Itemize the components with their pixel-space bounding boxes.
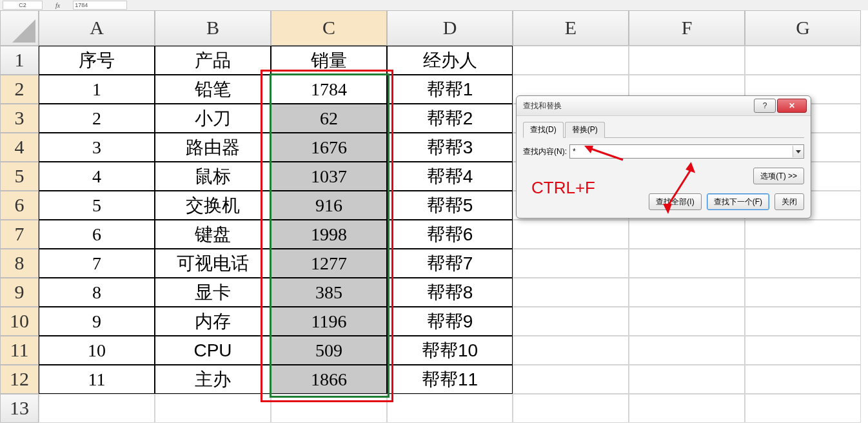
cell-E8[interactable] [513, 249, 629, 278]
cell-D13[interactable] [387, 394, 513, 423]
col-header-G[interactable]: G [745, 10, 861, 46]
cell-D3[interactable]: 帮帮2 [387, 104, 513, 133]
cell-D2[interactable]: 帮帮1 [387, 75, 513, 104]
row-header-12[interactable]: 12 [0, 365, 39, 394]
cell-E13[interactable] [513, 394, 629, 423]
cell-G11[interactable] [745, 336, 861, 365]
row-header-13[interactable]: 13 [0, 394, 39, 423]
cell-G12[interactable] [745, 365, 861, 394]
cell-D7[interactable]: 帮帮6 [387, 220, 513, 249]
col-header-B[interactable]: B [155, 10, 271, 46]
cell-C13[interactable] [271, 394, 387, 423]
cell-D11[interactable]: 帮帮10 [387, 336, 513, 365]
find-dropdown-icon[interactable] [793, 146, 804, 157]
col-header-D[interactable]: D [387, 10, 513, 46]
find-combo[interactable] [569, 144, 804, 159]
cell-B9[interactable]: 显卡 [155, 278, 271, 307]
cell-E7[interactable] [513, 220, 629, 249]
cell-C2[interactable]: 1784 [271, 75, 387, 104]
cell-A9[interactable]: 8 [39, 278, 155, 307]
cell-B6[interactable]: 交换机 [155, 191, 271, 220]
cell-C11[interactable]: 509 [271, 336, 387, 365]
cell-A1[interactable]: 序号 [39, 46, 155, 75]
cell-B3[interactable]: 小刀 [155, 104, 271, 133]
close-button[interactable]: 关闭 [774, 193, 804, 210]
cell-C4[interactable]: 1676 [271, 133, 387, 162]
cell-B13[interactable] [155, 394, 271, 423]
cell-E12[interactable] [513, 365, 629, 394]
cell-G1[interactable] [745, 46, 861, 75]
cell-A12[interactable]: 11 [39, 365, 155, 394]
row-header-3[interactable]: 3 [0, 104, 39, 133]
cell-D8[interactable]: 帮帮7 [387, 249, 513, 278]
cell-A5[interactable]: 4 [39, 162, 155, 191]
row-header-8[interactable]: 8 [0, 249, 39, 278]
cell-C9[interactable]: 385 [271, 278, 387, 307]
cell-C3[interactable]: 62 [271, 104, 387, 133]
cell-C7[interactable]: 1998 [271, 220, 387, 249]
cell-A11[interactable]: 10 [39, 336, 155, 365]
find-all-button[interactable]: 查找全部(I) [649, 193, 701, 210]
row-header-10[interactable]: 10 [0, 307, 39, 336]
cell-G13[interactable] [745, 394, 861, 423]
row-header-5[interactable]: 5 [0, 162, 39, 191]
cell-D9[interactable]: 帮帮8 [387, 278, 513, 307]
cell-A4[interactable]: 3 [39, 133, 155, 162]
cell-F11[interactable] [629, 336, 745, 365]
cell-A10[interactable]: 9 [39, 307, 155, 336]
col-header-C[interactable]: C [271, 10, 387, 46]
col-header-F[interactable]: F [629, 10, 745, 46]
cell-C8[interactable]: 1277 [271, 249, 387, 278]
row-header-2[interactable]: 2 [0, 75, 39, 104]
options-button[interactable]: 选项(T) >> [753, 168, 804, 184]
cell-B5[interactable]: 鼠标 [155, 162, 271, 191]
row-header-4[interactable]: 4 [0, 133, 39, 162]
cell-B11[interactable]: CPU [155, 336, 271, 365]
cell-B1[interactable]: 产品 [155, 46, 271, 75]
cell-D10[interactable]: 帮帮9 [387, 307, 513, 336]
cell-F10[interactable] [629, 307, 745, 336]
cell-D1[interactable]: 经办人 [387, 46, 513, 75]
cell-A13[interactable] [39, 394, 155, 423]
cell-A6[interactable]: 5 [39, 191, 155, 220]
cell-B8[interactable]: 可视电话 [155, 249, 271, 278]
cell-B2[interactable]: 铅笔 [155, 75, 271, 104]
cell-F12[interactable] [629, 365, 745, 394]
cell-D4[interactable]: 帮帮3 [387, 133, 513, 162]
cell-F1[interactable] [629, 46, 745, 75]
cell-G7[interactable] [745, 220, 861, 249]
cell-C5[interactable]: 1037 [271, 162, 387, 191]
tab-replace[interactable]: 替换(P) [565, 122, 605, 138]
cell-F8[interactable] [629, 249, 745, 278]
cell-A8[interactable]: 7 [39, 249, 155, 278]
cell-F7[interactable] [629, 220, 745, 249]
row-header-11[interactable]: 11 [0, 336, 39, 365]
row-header-6[interactable]: 6 [0, 191, 39, 220]
cell-C1[interactable]: 销量 [271, 46, 387, 75]
name-box[interactable]: C2 [3, 1, 43, 10]
cell-E1[interactable] [513, 46, 629, 75]
row-header-7[interactable]: 7 [0, 220, 39, 249]
cell-D12[interactable]: 帮帮11 [387, 365, 513, 394]
cell-C10[interactable]: 1196 [271, 307, 387, 336]
cell-B7[interactable]: 键盘 [155, 220, 271, 249]
cell-F9[interactable] [629, 278, 745, 307]
window-close-button[interactable]: ✕ [777, 99, 807, 113]
cell-C6[interactable]: 916 [271, 191, 387, 220]
cell-E9[interactable] [513, 278, 629, 307]
cell-A3[interactable]: 2 [39, 104, 155, 133]
cell-E11[interactable] [513, 336, 629, 365]
cell-A2[interactable]: 1 [39, 75, 155, 104]
tab-find[interactable]: 查找(D) [523, 122, 564, 138]
cell-B12[interactable]: 主办 [155, 365, 271, 394]
cell-C12[interactable]: 1866 [271, 365, 387, 394]
row-header-9[interactable]: 9 [0, 278, 39, 307]
cell-G8[interactable] [745, 249, 861, 278]
formula-input[interactable]: 1784 [73, 1, 127, 10]
cell-D6[interactable]: 帮帮5 [387, 191, 513, 220]
cell-F13[interactable] [629, 394, 745, 423]
col-header-E[interactable]: E [513, 10, 629, 46]
help-button[interactable]: ? [754, 99, 776, 113]
select-all-corner[interactable] [0, 10, 39, 46]
find-input[interactable] [570, 146, 793, 157]
